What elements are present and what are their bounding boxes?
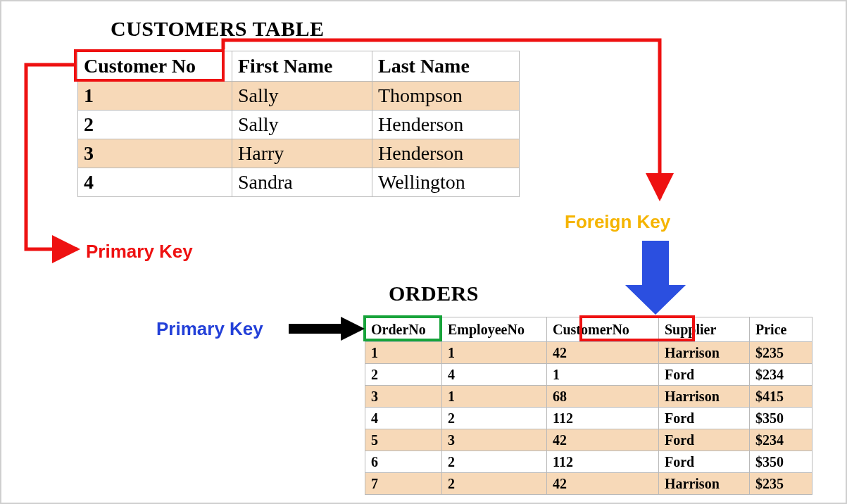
cell: 2 <box>365 364 442 386</box>
table-row: 6 2 112 Ford $350 <box>365 451 813 473</box>
cell: Ford <box>659 408 750 429</box>
table-row: 4 2 112 Ford $350 <box>365 408 813 429</box>
arrow-foreign-key-to-orders <box>625 241 686 315</box>
col-customer-no: CustomerNo <box>547 317 659 342</box>
customers-table: Customer No First Name Last Name 1 Sally… <box>77 51 520 197</box>
cell: Harrison <box>659 473 750 495</box>
table-row: 1 1 42 Harrison $235 <box>365 342 813 364</box>
cell: 42 <box>547 473 659 495</box>
cell: 1 <box>442 342 547 364</box>
orders-table: OrderNo EmployeeNo CustomerNo Supplier P… <box>365 317 813 495</box>
cell: Ford <box>659 429 750 451</box>
cell: $415 <box>750 386 813 408</box>
cell: 6 <box>365 451 442 473</box>
cell: 4 <box>365 408 442 429</box>
cell: 42 <box>547 342 659 364</box>
table-row: 5 3 42 Ford $234 <box>365 429 813 451</box>
col-price: Price <box>750 317 813 342</box>
table-row: 2 Sally Henderson <box>78 111 520 139</box>
table-row: 2 4 1 Ford $234 <box>365 364 813 386</box>
cell: Henderson <box>372 139 520 168</box>
cell: 1 <box>547 364 659 386</box>
cell: Sandra <box>232 168 372 197</box>
table-row: 3 1 68 Harrison $415 <box>365 386 813 408</box>
cell: 112 <box>547 408 659 429</box>
cell: Sally <box>232 82 372 111</box>
col-order-no: OrderNo <box>365 317 442 342</box>
table-row: 7 2 42 Harrison $235 <box>365 473 813 495</box>
cell: 2 <box>442 408 547 429</box>
customers-table-title: CUSTOMERS TABLE <box>111 17 324 41</box>
cell: Henderson <box>372 111 520 139</box>
col-last-name: Last Name <box>372 51 520 82</box>
cell: $350 <box>750 408 813 429</box>
cell: 1 <box>365 342 442 364</box>
cell: $235 <box>750 473 813 495</box>
cell: 42 <box>547 429 659 451</box>
cell: 112 <box>547 451 659 473</box>
cell: Ford <box>659 451 750 473</box>
col-supplier: Supplier <box>659 317 750 342</box>
cell: 1 <box>78 82 232 111</box>
cell: 2 <box>442 473 547 495</box>
cell: Harrison <box>659 342 750 364</box>
cell: 4 <box>78 168 232 197</box>
cell: 2 <box>442 451 547 473</box>
table-row: 1 Sally Thompson <box>78 82 520 111</box>
cell: 5 <box>365 429 442 451</box>
arrow-orders-primary-key <box>289 317 365 341</box>
table-header-row: Customer No First Name Last Name <box>78 51 520 82</box>
cell: 2 <box>78 111 232 139</box>
col-first-name: First Name <box>232 51 372 82</box>
cell: 1 <box>442 386 547 408</box>
cell: 7 <box>365 473 442 495</box>
cell: $350 <box>750 451 813 473</box>
primary-key-customers-label: Primary Key <box>86 241 193 263</box>
table-header-row: OrderNo EmployeeNo CustomerNo Supplier P… <box>365 317 813 342</box>
col-employee-no: EmployeeNo <box>442 317 547 342</box>
cell: $234 <box>750 364 813 386</box>
primary-key-orders-label: Primary Key <box>156 318 263 340</box>
cell: Ford <box>659 364 750 386</box>
arrow-customers-primary-key <box>26 65 77 249</box>
cell: 3 <box>442 429 547 451</box>
table-row: 4 Sandra Wellington <box>78 168 520 197</box>
cell: Sally <box>232 111 372 139</box>
cell: Wellington <box>372 168 520 197</box>
cell: 3 <box>78 139 232 168</box>
cell: $234 <box>750 429 813 451</box>
foreign-key-label: Foreign Key <box>565 211 670 233</box>
col-customer-no: Customer No <box>78 51 232 82</box>
cell: Thompson <box>372 82 520 111</box>
cell: 3 <box>365 386 442 408</box>
table-row: 3 Harry Henderson <box>78 139 520 168</box>
cell: 68 <box>547 386 659 408</box>
cell: Harry <box>232 139 372 168</box>
cell: 4 <box>442 364 547 386</box>
orders-table-title: ORDERS <box>389 282 479 305</box>
cell: Harrison <box>659 386 750 408</box>
cell: $235 <box>750 342 813 364</box>
